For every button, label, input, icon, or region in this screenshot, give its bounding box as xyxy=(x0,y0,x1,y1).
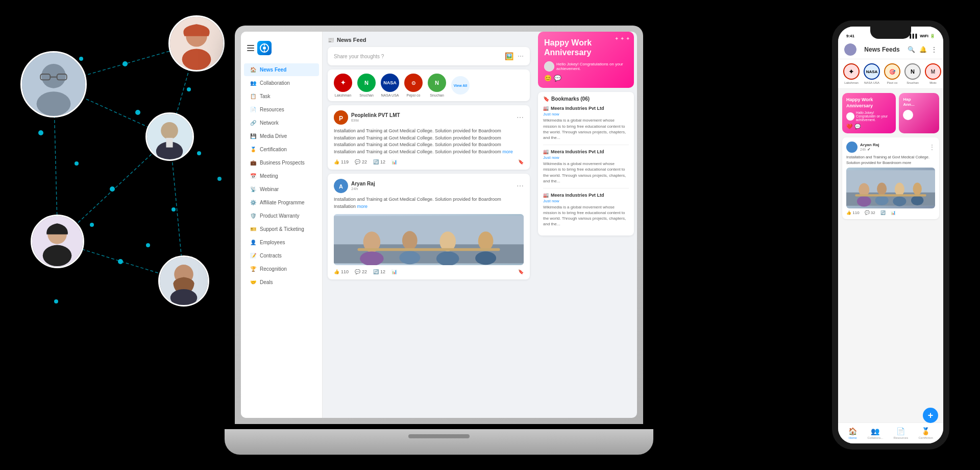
company-logo-lakshman[interactable]: ✦ Lakshman xyxy=(334,74,352,97)
post-1-more[interactable]: more xyxy=(502,149,513,154)
post-2-shares[interactable]: 🔄 12 xyxy=(373,269,385,274)
phone-search-icon[interactable]: 🔍 xyxy=(908,46,915,53)
more-options-icon: ⋯ xyxy=(518,53,524,60)
phone-comment[interactable]: 💬 32 xyxy=(865,210,875,215)
sidebar-item-network[interactable]: 🔗 Network xyxy=(244,116,319,129)
profile-circle-5 xyxy=(158,255,209,307)
phone-post-menu[interactable]: ⋮ xyxy=(929,144,935,151)
phone-header: News Feeds 🔍 🔔 ⋮ xyxy=(838,40,943,59)
view-all-button[interactable]: View All xyxy=(451,76,470,95)
sidebar-item-affiliate[interactable]: ⚙️ Affiliate Programme xyxy=(244,196,319,209)
company-logo-snuchan2[interactable]: N Snuchan xyxy=(428,74,446,97)
bookmark-1-company: 🏭 Meera Industries Pvt Ltd xyxy=(543,106,629,111)
snuchan2-logo: N xyxy=(428,74,446,92)
story-snuchan[interactable]: N Snuchan xyxy=(904,63,921,84)
post-1-shares[interactable]: 🔄 12 xyxy=(373,159,385,165)
share-icons: 🖼️ ⋯ xyxy=(505,52,524,60)
company-logo-pepsi[interactable]: ⊙ Pepsi co xyxy=(404,74,423,97)
lakshman-logo: ✦ xyxy=(334,74,352,92)
phone-share[interactable]: 🔄 xyxy=(880,210,886,215)
post-1-likes[interactable]: 👍 119 xyxy=(334,159,349,165)
post-2-bookmark[interactable]: 🔖 xyxy=(518,269,524,274)
mediadrive-icon: 💾 xyxy=(250,133,256,139)
story-name-pizzi: Pizzi co xyxy=(887,81,898,84)
sidebar-item-resources[interactable]: 📄 Resources xyxy=(244,103,319,116)
profile-circle-4 xyxy=(31,215,84,268)
post-2-time: 24h xyxy=(351,186,375,191)
task-icon: 📋 xyxy=(250,93,256,99)
sidebar-item-collaboration[interactable]: 👥 Collaboration xyxy=(244,77,319,89)
post-1-header: P Peoplelink PVT LMT Elite ⋯ xyxy=(334,110,524,125)
svg-point-57 xyxy=(475,251,496,265)
company-logo-nasa[interactable]: NASA NASA USA xyxy=(381,74,399,97)
story-moto[interactable]: M Moto xyxy=(925,63,941,84)
sidebar-item-certification[interactable]: 🏅 Certification xyxy=(244,143,319,156)
svg-rect-58 xyxy=(358,248,500,251)
sidebar-item-bizprospects[interactable]: 💼 Business Prospects xyxy=(244,156,319,169)
post-1-menu[interactable]: ⋯ xyxy=(517,113,524,122)
sidebar-item-webinar[interactable]: 📡 Webinar xyxy=(244,183,319,196)
svg-rect-71 xyxy=(855,195,926,197)
story-pizzi[interactable]: 🎯 Pizzi co xyxy=(884,63,900,84)
cert-nav-icon: 🏅 xyxy=(921,427,930,435)
phone-nav-collabora[interactable]: 👥 Collabora... xyxy=(867,427,883,439)
phone-menu-icon[interactable]: ⋮ xyxy=(931,46,937,53)
story-avatar-moto: M xyxy=(925,63,941,80)
company-logos-row: ✦ Lakshman N Snuchan NASA NASA USA ⊙ xyxy=(328,69,530,101)
sidebar-item-task[interactable]: 📋 Task xyxy=(244,90,319,103)
phone-time: 9:41 xyxy=(846,34,854,38)
svg-point-12 xyxy=(75,161,79,166)
hamburger-icon[interactable] xyxy=(247,45,254,51)
post-2-menu[interactable]: ⋯ xyxy=(517,182,524,190)
phone-ann-reactions-1: ❤️ 💬 xyxy=(846,124,892,129)
post-2-views[interactable]: 📊 xyxy=(391,269,397,274)
post-1-bookmark[interactable]: 🔖 xyxy=(518,159,524,165)
anniversary-msg: Hello Jokey! Congratulations on your ach… xyxy=(544,61,628,72)
phone-nav-home[interactable]: 🏠 Home xyxy=(848,427,857,439)
svg-point-67 xyxy=(895,183,904,196)
post-2-more[interactable]: more xyxy=(357,204,368,209)
phone-header-actions: 🔍 🔔 ⋮ xyxy=(908,46,937,53)
sidebar-item-support[interactable]: 🎫 Support & Ticketing xyxy=(244,223,319,236)
main-feed: 📰 News Feed Share your thoughts ? 🖼️ ⋯ xyxy=(323,32,535,418)
resources-nav-icon: 📄 xyxy=(896,427,905,435)
post-1-views[interactable]: 📊 xyxy=(391,159,397,165)
post-1-comments[interactable]: 💬 22 xyxy=(355,159,367,165)
post-2-comments[interactable]: 💬 22 xyxy=(355,269,367,274)
svg-point-22 xyxy=(41,64,66,88)
sidebar-logo xyxy=(241,37,322,59)
sidebar-item-recognition[interactable]: 🏆 Recognition xyxy=(244,263,319,275)
sidebar-item-employees[interactable]: 👤 Employees xyxy=(244,236,319,249)
sidebar-item-deals[interactable]: 🤝 Deals xyxy=(244,276,319,289)
post-2-actions: 👍 110 💬 22 🔄 12 xyxy=(334,269,524,274)
phone-like[interactable]: 👍 110 xyxy=(846,210,860,215)
phone-post-image xyxy=(846,168,935,208)
pepsi-logo: ⊙ xyxy=(404,74,423,92)
story-avatar-nasa: NASA xyxy=(864,63,880,80)
sidebar-item-contracts[interactable]: 📝 Contracts xyxy=(244,249,319,262)
phone-nav-certification[interactable]: 🏅 Certifiction xyxy=(918,427,933,439)
story-lakshman[interactable]: ✦ Lakshman xyxy=(843,63,860,84)
sidebar-item-mediadrive[interactable]: 💾 Media Drive xyxy=(244,130,319,143)
post-2-author: A Aryan Raj 24h xyxy=(334,179,375,193)
phone-nav-resources[interactable]: 📄 Resources xyxy=(893,427,908,439)
sidebar: 🏠 News Feed 👥 Collaboration 📋 Task 📄 Res… xyxy=(241,32,323,418)
svg-point-65 xyxy=(877,183,887,195)
fab-button[interactable]: + xyxy=(923,408,938,423)
sidebar-item-meeting[interactable]: 📅 Meeting xyxy=(244,170,319,182)
post-2-likes[interactable]: 👍 110 xyxy=(334,269,349,274)
svg-point-66 xyxy=(875,196,889,205)
phone-header-title: News Feeds xyxy=(864,46,899,53)
phone-views[interactable]: 📊 xyxy=(891,210,896,215)
bookmark-2-company: 🏭 Meera Industries Pvt Ltd xyxy=(543,149,629,154)
svg-point-52 xyxy=(402,231,418,250)
company-logo-snuchan[interactable]: N Snuchan xyxy=(357,74,376,97)
share-box[interactable]: Share your thoughts ? 🖼️ ⋯ xyxy=(328,47,530,65)
comment-icon-2: 💬 xyxy=(355,269,360,274)
sidebar-item-warranty[interactable]: 🛡️ Product Warranty xyxy=(244,209,319,222)
collab-nav-icon: 👥 xyxy=(871,427,879,435)
phone-bell-icon[interactable]: 🔔 xyxy=(919,46,927,53)
sidebar-item-newsfeed[interactable]: 🏠 News Feed xyxy=(244,63,319,76)
story-nasa[interactable]: NASA NASA USA xyxy=(864,63,880,84)
phone-status-icons: ▌▌▌ WiFi 🔋 xyxy=(910,34,935,38)
